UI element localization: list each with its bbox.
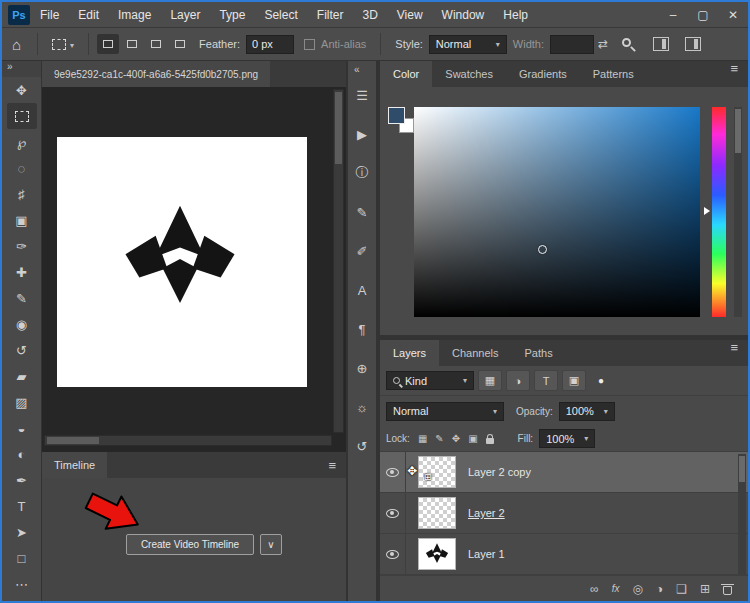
type-tool[interactable]: T bbox=[7, 493, 37, 519]
tab-swatches[interactable]: Swatches bbox=[432, 61, 506, 87]
history-brush-tool[interactable]: ↺ bbox=[7, 337, 37, 363]
edit-toolbar-button[interactable]: ⋯ bbox=[7, 571, 37, 597]
visibility-cell[interactable] bbox=[380, 452, 406, 492]
filter-type-layers-icon[interactable]: T bbox=[534, 370, 558, 391]
anti-alias-checkbox[interactable] bbox=[304, 39, 315, 50]
close-button[interactable]: ✕ bbox=[718, 3, 748, 27]
menu-file[interactable]: File bbox=[40, 8, 59, 22]
create-video-timeline-button[interactable]: Create Video Timeline bbox=[126, 534, 254, 555]
layer-effects-icon[interactable]: fx bbox=[612, 583, 620, 594]
eye-icon[interactable] bbox=[386, 550, 399, 559]
document-tab[interactable]: 9e9e5292-ca1c-400f-a6a6-5425fd0b2705.png bbox=[42, 61, 270, 87]
tab-paths[interactable]: Paths bbox=[512, 340, 566, 366]
visibility-cell[interactable] bbox=[380, 493, 406, 533]
menu-type[interactable]: Type bbox=[219, 8, 245, 22]
layers-scrollbar-thumb[interactable] bbox=[739, 456, 745, 482]
hue-slider[interactable] bbox=[712, 107, 726, 317]
vertical-scrollbar[interactable] bbox=[333, 89, 344, 433]
swap-dimensions-icon[interactable]: ⇄ bbox=[598, 37, 608, 51]
tab-patterns[interactable]: Patterns bbox=[580, 61, 647, 87]
history-icon[interactable]: ↺ bbox=[350, 434, 374, 458]
color-panel-scrollbar[interactable] bbox=[734, 107, 742, 317]
intersect-selection-icon[interactable] bbox=[169, 34, 191, 54]
layer-row[interactable]: Layer 1 bbox=[380, 534, 748, 575]
home-icon[interactable]: ⌂ bbox=[12, 36, 21, 53]
link-layers-icon[interactable]: ∞ bbox=[590, 582, 599, 596]
new-group-icon[interactable]: ❑ bbox=[676, 582, 687, 596]
opacity-dropdown[interactable]: 100% bbox=[559, 402, 615, 421]
workspace-switcher-icon[interactable] bbox=[653, 37, 669, 51]
filter-shape-layers-icon[interactable]: ▣ bbox=[562, 370, 586, 391]
hue-slider-pointer[interactable] bbox=[704, 207, 710, 215]
lock-artboard-icon[interactable]: ▣ bbox=[468, 433, 477, 444]
collapse-panels-icon[interactable]: « bbox=[348, 61, 360, 83]
menu-filter[interactable]: Filter bbox=[317, 8, 344, 22]
paragraph-icon[interactable]: ¶ bbox=[350, 317, 374, 341]
layer-row[interactable]: Layer 2 bbox=[380, 493, 748, 534]
lock-all-icon[interactable] bbox=[486, 434, 494, 444]
quick-selection-tool[interactable]: ◌ bbox=[7, 155, 37, 181]
width-input[interactable] bbox=[550, 35, 594, 54]
panel-menu-icon[interactable]: ≡ bbox=[328, 458, 336, 473]
lock-transparency-icon[interactable]: ▦ bbox=[418, 433, 427, 444]
info-icon[interactable]: ⓘ bbox=[350, 161, 374, 185]
fill-dropdown[interactable]: 100% bbox=[539, 429, 595, 448]
pen-tool[interactable]: ✒ bbox=[7, 467, 37, 493]
gradient-tool[interactable]: ▨ bbox=[7, 389, 37, 415]
horizontal-scrollbar-thumb[interactable] bbox=[47, 437, 99, 444]
crop-tool[interactable]: ♯ bbox=[7, 181, 37, 207]
actions-icon[interactable]: ▶ bbox=[350, 122, 374, 146]
eyedropper-tool[interactable]: ✑ bbox=[7, 233, 37, 259]
layer-name[interactable]: Layer 1 bbox=[468, 548, 505, 560]
blend-mode-dropdown[interactable]: Normal bbox=[386, 402, 504, 421]
maximize-button[interactable]: ▢ bbox=[688, 3, 718, 27]
menu-view[interactable]: View bbox=[397, 8, 423, 22]
foreground-color-swatch[interactable] bbox=[388, 107, 405, 124]
filter-adjustment-layers-icon[interactable]: ◑ bbox=[506, 370, 530, 391]
layer-thumbnail[interactable] bbox=[418, 497, 456, 529]
dodge-tool[interactable]: ◐ bbox=[7, 441, 37, 467]
document-canvas[interactable] bbox=[57, 137, 307, 387]
learn-icon[interactable]: ☼ bbox=[350, 395, 374, 419]
color-panel-scrollbar-thumb[interactable] bbox=[735, 109, 741, 153]
eye-icon[interactable] bbox=[386, 509, 399, 518]
lasso-tool[interactable]: ℘ bbox=[7, 129, 37, 155]
tab-timeline[interactable]: Timeline bbox=[42, 452, 107, 478]
properties-icon[interactable]: ☰ bbox=[350, 83, 374, 107]
canvas-area[interactable] bbox=[42, 87, 346, 452]
add-to-selection-icon[interactable] bbox=[121, 34, 143, 54]
feather-input[interactable] bbox=[246, 35, 294, 54]
new-layer-icon[interactable]: ⊞ bbox=[700, 582, 710, 596]
panel-menu-icon[interactable]: ≡ bbox=[730, 61, 738, 87]
kind-filter-dropdown[interactable]: Kind bbox=[386, 371, 474, 390]
menu-layer[interactable]: Layer bbox=[170, 8, 200, 22]
layer-mask-icon[interactable]: ◎ bbox=[632, 582, 642, 596]
color-picker-cursor[interactable] bbox=[538, 245, 547, 254]
delete-layer-icon[interactable] bbox=[723, 583, 732, 595]
visibility-cell[interactable] bbox=[380, 534, 406, 574]
healing-brush-tool[interactable]: ✚ bbox=[7, 259, 37, 285]
tab-gradients[interactable]: Gradients bbox=[506, 61, 580, 87]
lock-position-icon[interactable]: ✥ bbox=[452, 433, 460, 444]
move-tool[interactable]: ✥ bbox=[7, 77, 37, 103]
clone-source-icon[interactable]: ⊕ bbox=[350, 356, 374, 380]
style-dropdown[interactable]: Normal bbox=[429, 35, 507, 54]
layer-thumbnail[interactable] bbox=[418, 538, 456, 570]
brush-settings-icon[interactable]: ✎ bbox=[350, 200, 374, 224]
menu-image[interactable]: Image bbox=[118, 8, 151, 22]
brushes-icon[interactable]: ✐ bbox=[350, 239, 374, 263]
timeline-mode-dropdown[interactable]: ∨ bbox=[260, 534, 282, 555]
menu-window[interactable]: Window bbox=[442, 8, 485, 22]
menu-edit[interactable]: Edit bbox=[78, 8, 99, 22]
menu-help[interactable]: Help bbox=[503, 8, 528, 22]
menu-3d[interactable]: 3D bbox=[362, 8, 377, 22]
filter-pixel-layers-icon[interactable]: ▦ bbox=[478, 370, 502, 391]
panel-layout-icon[interactable] bbox=[685, 37, 701, 51]
tool-preset-picker[interactable] bbox=[46, 35, 80, 53]
panel-menu-icon[interactable]: ≡ bbox=[730, 340, 738, 366]
layers-scrollbar[interactable] bbox=[738, 454, 746, 574]
frame-tool[interactable]: ▣ bbox=[7, 207, 37, 233]
layer-name[interactable]: Layer 2 copy bbox=[468, 466, 531, 478]
layer-row[interactable]: ✥ ⊞ Layer 2 copy bbox=[380, 452, 748, 493]
menu-select[interactable]: Select bbox=[264, 8, 297, 22]
